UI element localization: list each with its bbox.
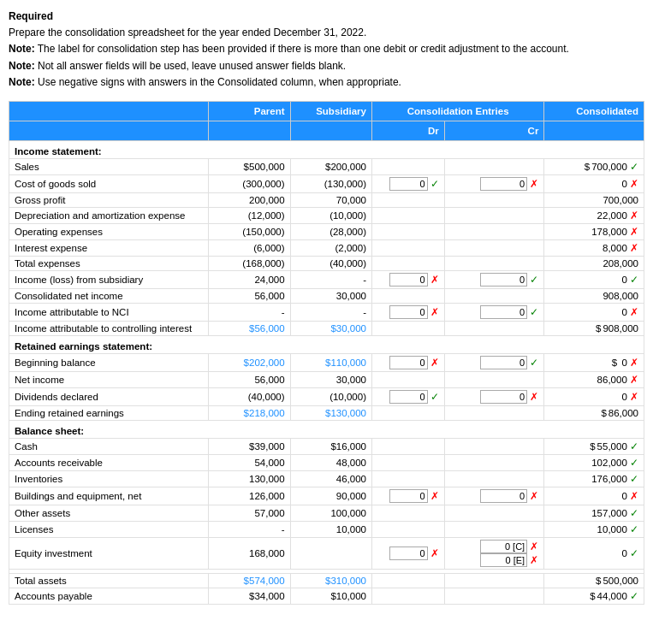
dollar-sign: $ (585, 162, 590, 172)
cr-cell (444, 192, 544, 207)
cr-cell[interactable]: ✓ (444, 303, 544, 321)
cr-input[interactable] (480, 540, 527, 553)
cr-cell (444, 207, 544, 223)
dr-input[interactable] (389, 273, 428, 287)
cr-cell[interactable]: ✗ (444, 487, 544, 505)
dr-cell[interactable]: ✗ (371, 487, 444, 505)
line1: Prepare the consolidation spreadsheet fo… (9, 25, 644, 41)
consolidated-cell: 208,000 (544, 256, 644, 270)
parent-value: 200,000 (209, 192, 290, 207)
header-sub-row: Dr Cr (9, 121, 644, 140)
cr-cell[interactable]: ✗ (444, 387, 544, 405)
subsidiary-value: - (290, 303, 371, 321)
consolidated-cell: 86,000 ✗ (544, 371, 644, 387)
dr-cell (371, 521, 444, 537)
cr-input[interactable] (480, 356, 527, 369)
table-row: Inventories 130,000 46,000 176,000 ✓ (9, 470, 644, 487)
table-row: Total expenses (168,000) (40,000) 208,00… (9, 256, 644, 270)
row-label: Other assets (9, 505, 209, 521)
consolidated-cell: 102,000 ✓ (544, 454, 644, 470)
cr-cell[interactable]: ✓ (444, 353, 544, 371)
parent-value: 168,000 (209, 537, 290, 569)
consolidated-cell: 178,000 ✗ (544, 223, 644, 239)
consolidated-cell: $55,000 ✓ (544, 438, 644, 454)
row-label: Income attributable to NCI (9, 303, 209, 321)
consolidated-value: 0 (621, 548, 626, 558)
table-row: Equity investment 168,000 ✗ ✗ ✗ 0 ✓ (9, 537, 644, 569)
dr-cell (371, 288, 444, 303)
consolidated-cell: 0 ✓ (544, 537, 644, 569)
dr-cell[interactable]: ✗ (371, 537, 444, 569)
dr-cell[interactable]: ✓ (371, 174, 444, 192)
cr-input[interactable] (480, 390, 527, 404)
cr-cell[interactable]: ✗ ✗ (444, 537, 544, 569)
cr-input[interactable] (480, 273, 527, 287)
dr-cell[interactable]: ✗ (371, 270, 444, 288)
subsidiary-value: - (290, 270, 371, 288)
dr-input[interactable] (389, 489, 428, 503)
table-row: Net income 56,000 30,000 86,000 ✗ (9, 371, 644, 387)
dr-input[interactable] (389, 390, 428, 404)
subsidiary-value: 30,000 (290, 371, 371, 387)
dr-cell (371, 192, 444, 207)
cr-cell (444, 470, 544, 487)
row-label: Equity investment (9, 537, 209, 569)
consolidated-cell: 0 ✗ (544, 487, 644, 505)
dr-input[interactable] (389, 177, 428, 191)
consolidated-value: 178,000 (591, 227, 627, 237)
consolidated-cell: $86,000 (544, 405, 644, 420)
cr-input[interactable] (480, 305, 527, 319)
parent-value: - (209, 521, 290, 537)
note3: Note: Use negative signs with answers in… (9, 74, 644, 91)
table-row: Total assets $574,000 $310,000 $500,000 (9, 573, 644, 588)
parent-value: 126,000 (209, 487, 290, 505)
dr-cell[interactable]: ✗ (371, 303, 444, 321)
cr-cell[interactable]: ✓ (444, 270, 544, 288)
dr-cell (371, 321, 444, 335)
table-row: Depreciation and amortization expense (1… (9, 207, 644, 223)
subsidiary-value: (2,000) (290, 239, 371, 256)
cr-cell (444, 405, 544, 420)
cr-input[interactable] (480, 489, 527, 503)
cr-input[interactable] (480, 177, 527, 191)
cr-cell (444, 505, 544, 521)
consolidated-value: 10,000 (597, 524, 627, 535)
row-label: Licenses (9, 521, 209, 537)
consolidated-value: 157,000 (591, 508, 627, 518)
subsidiary-value: 90,000 (290, 487, 371, 505)
dr-cell[interactable]: ✓ (371, 387, 444, 405)
col-dr-header: Dr (371, 121, 444, 140)
subsidiary-value (290, 537, 371, 569)
col-consolidation-group-header: Consolidation Entries (371, 101, 543, 121)
dr-input[interactable] (389, 356, 428, 369)
table-row: Consolidated net income 56,000 30,000 90… (9, 288, 644, 303)
cr-cell[interactable]: ✗ (444, 174, 544, 192)
row-label: Cash (9, 438, 209, 454)
consolidated-cell: 0 ✗ (544, 387, 644, 405)
section-header-row: Balance sheet: (9, 420, 644, 438)
subsidiary-value: (40,000) (290, 256, 371, 270)
dr-input[interactable] (389, 547, 428, 560)
required-label: Required (9, 10, 53, 22)
col-consolidated-header: Consolidated (544, 101, 644, 121)
parent-value: 54,000 (209, 454, 290, 470)
cr-cell (444, 321, 544, 335)
dollar-sign: $ (601, 408, 606, 418)
consolidated-value: 908,000 (603, 291, 638, 301)
subsidiary-value: $110,000 (290, 353, 371, 371)
consolidated-value: 700,000 (591, 162, 627, 172)
parent-value: (168,000) (209, 256, 290, 270)
parent-value: 56,000 (209, 371, 290, 387)
table-row: Ending retained earnings $218,000 $130,0… (9, 405, 644, 420)
dr-input[interactable] (389, 305, 428, 319)
section-label: Balance sheet: (15, 426, 84, 436)
table-row: Other assets 57,000 100,000 157,000 ✓ (9, 505, 644, 521)
row-label: Beginning balance (9, 353, 209, 371)
consolidated-value: 700,000 (603, 195, 638, 205)
dr-cell (371, 454, 444, 470)
row-label: Gross profit (9, 192, 209, 207)
parent-value: $56,000 (209, 321, 290, 335)
row-label: Inventories (9, 470, 209, 487)
cr2-input[interactable] (480, 553, 527, 567)
dr-cell[interactable]: ✗ (371, 353, 444, 371)
